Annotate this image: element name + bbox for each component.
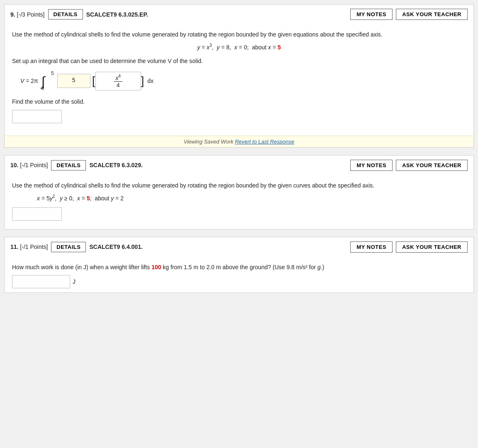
bracket-fraction-9: [ x4 4 ] [92,72,144,90]
problem-9-setup-label: Set up an integral that can be used to d… [12,56,466,66]
saved-work-bar-9: Viewing Saved Work Revert to Last Respon… [5,136,473,147]
problem-9-equation: y = x3, y = 8, x = 0; about x = 5 [12,43,466,51]
upper-limit-input-9[interactable]: 5 [57,74,90,88]
details-button-11[interactable]: DETAILS [51,242,86,252]
problem-10-body: Use the method of cylindrical shells to … [5,175,473,229]
details-button-10[interactable]: DETAILS [51,160,86,170]
problem-10-description: Use the method of cylindrical shells to … [12,181,466,190]
problem-10: 10. [-/1 Points] DETAILS SCALCET9 6.3.02… [4,155,474,229]
problem-9-body: Use the method of cylindrical shells to … [5,24,473,131]
problem-11-description: How much work is done (in J) when a weig… [12,263,466,272]
problem-9-header: 9. [-/3 Points] DETAILS SCALCET9 6.3.025… [5,5,473,24]
integral-symbol-9: 5 ∫ 0 [41,71,54,91]
problem-9-find-volume: Find the volume of the solid. [12,97,466,106]
problem-9-integral: V = 2π 5 ∫ 0 5 [ x4 4 ] dx [20,71,466,91]
details-button-9[interactable]: DETAILS [48,9,83,19]
volume-answer-input-10[interactable] [12,207,62,221]
problem-11-header: 11. [-/1 Points] DETAILS SCALCET9 6.4.00… [5,237,473,257]
problem-11: 11. [-/1 Points] DETAILS SCALCET9 6.4.00… [4,237,474,293]
problem-9-number: 9. [-/3 Points] [10,11,45,18]
problem-9-description: Use the method of cylindrical shells to … [12,30,466,39]
work-answer-input-11[interactable] [12,275,70,288]
problem-9: 9. [-/3 Points] DETAILS SCALCET9 6.3.025… [4,4,474,148]
my-notes-button-10[interactable]: MY NOTES [350,160,393,171]
my-notes-button-11[interactable]: MY NOTES [350,241,393,253]
my-notes-button-9[interactable]: MY NOTES [350,9,393,20]
problem-10-code: SCALCET9 6.3.029. [89,162,347,168]
problem-10-number: 10. [-/1 Points] [10,162,48,168]
integral-upper-9: 5 [51,71,54,76]
problem-11-number: 11. [-/1 Points] [10,243,48,250]
volume-answer-input-9[interactable] [12,110,62,123]
problem-11-code: SCALCET9 6.4.001. [89,243,347,250]
ask-teacher-button-10[interactable]: ASK YOUR TEACHER [396,160,468,171]
problem-11-body: How much work is done (in J) when a weig… [5,257,473,292]
problem-9-code: SCALCET9 6.3.025.EP. [86,11,347,18]
revert-link-9[interactable]: Revert to Last Response [235,139,294,145]
unit-label-11: J [73,278,76,285]
ask-teacher-button-9[interactable]: ASK YOUR TEACHER [396,9,468,20]
problem-10-header: 10. [-/1 Points] DETAILS SCALCET9 6.3.02… [5,156,473,175]
ask-teacher-button-11[interactable]: ASK YOUR TEACHER [396,241,468,253]
problem-10-equation: x = 5y2, y ≥ 0, x = 5; about y = 2 [37,194,466,202]
